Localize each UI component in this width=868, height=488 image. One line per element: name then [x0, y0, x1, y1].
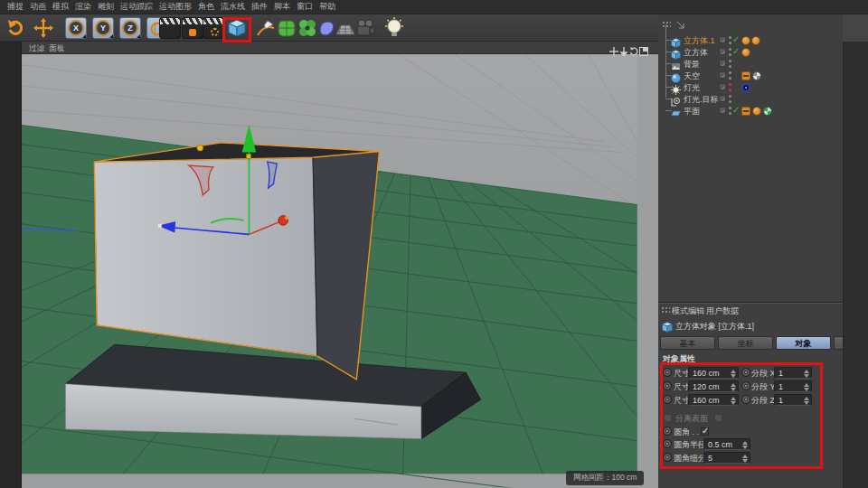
plane-object-icon [671, 106, 681, 116]
compositing-tag-icon[interactable] [741, 107, 750, 116]
lock-z-axis-button[interactable]: Z [119, 17, 141, 39]
zoom-view-icon[interactable] [619, 43, 628, 52]
pan-view-icon[interactable] [609, 43, 618, 52]
menu-item[interactable]: 插件 [251, 1, 268, 13]
enabled-check[interactable]: ✓ [732, 34, 740, 44]
texture-tag-icon[interactable] [752, 71, 761, 80]
collapsed-panel-strip [843, 42, 868, 488]
subdivision-surface-button[interactable] [276, 17, 297, 39]
cube-object-icon [671, 47, 681, 57]
cube-object-icon [662, 320, 673, 331]
menu-item[interactable]: 运动跟踪 [120, 1, 153, 13]
layer-toggle[interactable] [719, 107, 726, 114]
undo-icon[interactable] [4, 17, 25, 39]
annotation-box-attributes [660, 362, 823, 469]
attr-menu-mode[interactable]: 模式 [672, 305, 688, 317]
object-row-light-target[interactable]: 灯光.目标.1 [658, 93, 843, 105]
menu-item[interactable]: 运动图形 [159, 1, 192, 13]
render-settings-button[interactable] [203, 17, 224, 39]
viewport-canvas[interactable] [22, 54, 658, 488]
viewport-menubar: 过滤 面板 [22, 42, 658, 54]
object-row-background[interactable]: 背景 [658, 58, 843, 70]
target-tag-icon[interactable] [741, 83, 750, 92]
viewport-menu-panel[interactable]: 面板 [49, 43, 64, 54]
menu-item[interactable]: 角色 [198, 1, 214, 13]
object-name[interactable]: 平面 [684, 106, 700, 117]
menu-item[interactable]: 捕捉 [7, 1, 24, 13]
rotate-view-icon[interactable] [629, 43, 638, 52]
object-row-sky[interactable]: 天空 [658, 70, 843, 81]
scale-handle-dot[interactable] [197, 145, 203, 151]
tab-coordinates[interactable]: 坐标 [718, 336, 773, 350]
app-window: 捕捉 动画 模拟 渲染 雕刻 运动跟踪 运动图形 角色 流水线 插件 脚本 窗口… [0, 0, 868, 488]
mograph-button[interactable] [297, 17, 318, 39]
cube-object-icon [671, 35, 681, 45]
layer-toggle[interactable] [719, 60, 726, 67]
left-mode-palette [0, 42, 22, 488]
light-button[interactable] [383, 17, 405, 39]
viewport[interactable]: 过滤 面板 [22, 42, 658, 488]
phong-tag-icon[interactable] [741, 48, 750, 57]
menu-item[interactable]: 渲染 [75, 1, 91, 13]
attr-menu-user-data[interactable]: 用户数据 [706, 305, 739, 317]
camera-button[interactable] [354, 17, 376, 39]
compositing-tag-icon[interactable] [741, 71, 750, 80]
attribute-panel-grip[interactable] [661, 306, 670, 314]
toggle-view-icon[interactable] [639, 43, 648, 52]
enabled-check[interactable]: ✓ [732, 46, 740, 56]
lock-x-axis-button[interactable]: X [65, 17, 87, 39]
menu-item[interactable]: 脚本 [274, 1, 290, 13]
move-tool-icon[interactable] [33, 17, 54, 39]
layer-toggle[interactable] [719, 36, 726, 43]
object-row-cube1[interactable]: 立方体.1 ✓ [658, 34, 843, 46]
menu-item[interactable]: 流水线 [221, 1, 245, 13]
tab-phong[interactable]: 平滑着色 [834, 336, 843, 350]
main-toolbar: X Y Z [0, 14, 658, 42]
visibility-dots[interactable] [729, 107, 731, 115]
visibility-dots[interactable] [729, 48, 731, 56]
phong-tag-icon[interactable] [751, 36, 760, 45]
phong-tag-icon[interactable] [741, 36, 750, 45]
visibility-dots[interactable] [729, 95, 731, 103]
object-row-cube[interactable]: 立方体 ✓ [658, 46, 843, 58]
floor-environment-button[interactable] [335, 17, 356, 39]
z-axis-label: Z [122, 20, 138, 36]
attr-menu-edit[interactable]: 编辑 [688, 305, 704, 317]
phong-tag-icon[interactable] [752, 107, 761, 116]
background-object-icon [671, 59, 681, 69]
light-object-icon [671, 82, 681, 92]
viewport-menu-filter[interactable]: 过滤 [29, 43, 44, 54]
render-view-button[interactable] [159, 17, 181, 39]
grid-spacing-badge: 网格间距：100 cm [566, 471, 644, 485]
object-row-light[interactable]: 灯光 [658, 81, 843, 93]
texture-tag-icon[interactable] [763, 107, 772, 116]
tab-object[interactable]: 对象 [776, 336, 831, 350]
tab-basic[interactable]: 基本 [660, 336, 715, 350]
render-to-picture-viewer-button[interactable] [182, 17, 203, 39]
panel-grip[interactable] [662, 21, 671, 28]
light-target-object-icon [671, 94, 681, 104]
menu-item[interactable]: 雕刻 [98, 1, 114, 13]
lock-y-axis-button[interactable]: Y [92, 17, 114, 39]
object-row-plane[interactable]: 平面 ✓ [658, 105, 843, 117]
y-axis-label: Y [95, 20, 111, 36]
visibility-dots[interactable] [729, 60, 731, 68]
layer-toggle[interactable] [719, 48, 726, 55]
visibility-dots-off[interactable] [729, 83, 731, 91]
menu-item[interactable]: 模拟 [52, 1, 69, 13]
panel-menu-icon[interactable] [676, 21, 685, 29]
menu-item[interactable]: 窗口 [297, 1, 313, 13]
x-axis-label: X [68, 20, 84, 36]
spline-pen-button[interactable] [255, 17, 277, 39]
menu-item[interactable]: 动画 [30, 1, 46, 13]
layer-toggle[interactable] [719, 83, 726, 90]
menu-item[interactable]: 帮助 [319, 1, 335, 13]
panel-divider [658, 302, 843, 303]
visibility-dots[interactable] [729, 71, 731, 80]
layer-toggle[interactable] [719, 95, 726, 102]
enabled-check[interactable]: ✓ [732, 105, 740, 115]
layer-toggle[interactable] [719, 71, 726, 79]
main-menubar: 捕捉 动画 模拟 渲染 雕刻 运动跟踪 运动图形 角色 流水线 插件 脚本 窗口… [0, 0, 868, 14]
attribute-object-title: 立方体对象 [立方体.1] [675, 321, 754, 333]
visibility-dots[interactable] [729, 36, 731, 44]
